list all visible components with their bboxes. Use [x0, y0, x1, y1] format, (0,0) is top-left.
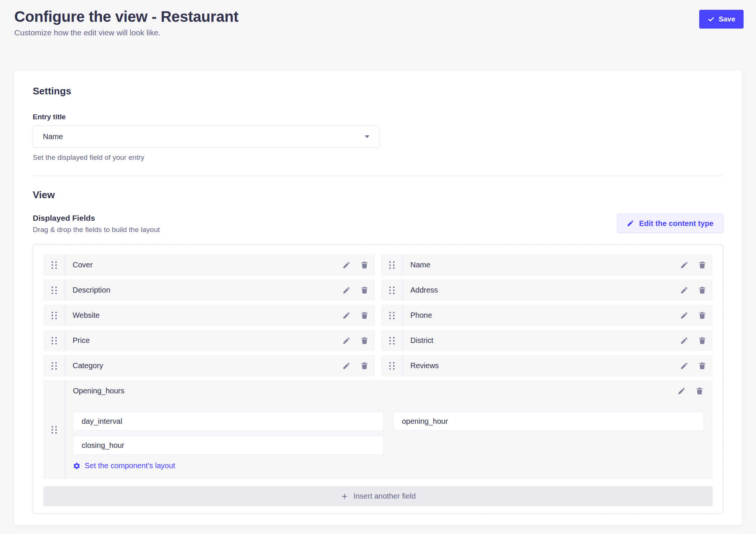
displayed-fields-text: Displayed Fields Drag & drop the fields …	[33, 214, 160, 234]
edit-field-button[interactable]	[342, 311, 351, 320]
edit-field-button[interactable]	[680, 337, 688, 345]
check-icon	[707, 16, 715, 23]
delete-field-button[interactable]	[360, 362, 369, 370]
entry-title-label: Entry title	[33, 113, 723, 121]
delete-field-button[interactable]	[360, 286, 369, 294]
set-component-layout-link[interactable]: Set the component's layout	[73, 461, 175, 470]
field-row-label: Description	[65, 279, 342, 301]
field-row[interactable]: Address	[381, 279, 713, 301]
delete-field-button[interactable]	[698, 261, 706, 269]
trash-icon	[698, 311, 706, 320]
trash-icon	[360, 311, 369, 320]
displayed-fields-heading: Displayed Fields	[33, 214, 160, 223]
drag-handle-icon[interactable]	[43, 254, 65, 276]
displayed-fields-hint: Drag & drop the fields to build the layo…	[33, 226, 160, 234]
delete-field-button[interactable]	[695, 387, 704, 395]
field-row[interactable]: Name	[381, 254, 713, 276]
pencil-icon	[342, 286, 351, 294]
delete-field-button[interactable]	[698, 362, 706, 370]
field-row[interactable]: Reviews	[381, 355, 713, 376]
field-row[interactable]: District	[381, 330, 713, 351]
page-subtitle: Customize how the edit view will look li…	[14, 28, 238, 37]
pencil-icon	[342, 261, 351, 269]
trash-icon	[360, 337, 369, 345]
pencil-icon	[680, 362, 688, 370]
set-component-layout-label: Set the component's layout	[85, 461, 175, 470]
field-row-label: Name	[403, 254, 680, 276]
trash-icon	[698, 337, 706, 345]
view-heading: View	[33, 189, 723, 201]
edit-field-button[interactable]	[680, 362, 688, 370]
field-row-label: Reviews	[403, 355, 680, 376]
field-row-label: Cover	[65, 254, 342, 276]
subfield-card[interactable]: day_interval	[73, 412, 384, 431]
drag-handle-icon[interactable]	[43, 380, 65, 479]
drag-handle-icon[interactable]	[43, 355, 65, 376]
edit-field-button[interactable]	[342, 362, 351, 370]
field-row[interactable]: Description	[43, 279, 375, 301]
delete-field-button[interactable]	[698, 337, 706, 345]
page-header: Configure the view - Restaurant Customiz…	[0, 0, 756, 37]
delete-field-button[interactable]	[360, 311, 369, 320]
field-row-label: Category	[65, 355, 342, 376]
field-row[interactable]: Category	[43, 355, 375, 376]
edit-field-button[interactable]	[342, 261, 351, 269]
edit-content-type-label: Edit the content type	[639, 219, 713, 228]
drag-handle-icon[interactable]	[43, 330, 65, 351]
component-row-opening-hours[interactable]: Opening_hours day_interval opening_hour …	[43, 380, 713, 479]
subfield-card[interactable]: closing_hour	[73, 436, 384, 455]
drag-handle-icon[interactable]	[381, 355, 403, 376]
save-button-label: Save	[719, 15, 735, 23]
delete-field-button[interactable]	[360, 337, 369, 345]
field-row[interactable]: Website	[43, 305, 375, 326]
displayed-fields-header: Displayed Fields Drag & drop the fields …	[33, 214, 723, 234]
drag-handle-icon[interactable]	[43, 305, 65, 326]
drag-handle-icon[interactable]	[381, 305, 403, 326]
edit-content-type-button[interactable]: Edit the content type	[617, 214, 723, 233]
save-button[interactable]: Save	[699, 10, 744, 29]
chevron-down-icon	[365, 135, 369, 138]
component-subfield-grid: day_interval opening_hour closing_hour	[73, 412, 704, 455]
insert-another-field-label: Insert another field	[354, 492, 416, 501]
pencil-icon	[677, 387, 686, 395]
edit-field-button[interactable]	[680, 311, 688, 320]
edit-field-button[interactable]	[342, 337, 351, 345]
insert-another-field-button[interactable]: Insert another field	[43, 486, 713, 506]
pencil-icon	[680, 337, 688, 345]
field-row[interactable]: Cover	[43, 254, 375, 276]
component-title: Opening_hours	[73, 387, 124, 395]
drag-handle-icon[interactable]	[381, 279, 403, 301]
settings-heading: Settings	[33, 85, 723, 97]
pencil-icon	[342, 337, 351, 345]
trash-icon	[695, 387, 704, 395]
delete-field-button[interactable]	[360, 261, 369, 269]
drag-handle-icon[interactable]	[381, 254, 403, 276]
delete-field-button[interactable]	[698, 286, 706, 294]
gear-icon	[73, 462, 80, 470]
page-title: Configure the view - Restaurant	[14, 8, 238, 25]
field-row-label: District	[403, 330, 680, 351]
edit-field-button[interactable]	[677, 387, 686, 395]
field-row[interactable]: Phone	[381, 305, 713, 326]
field-row-label: Website	[65, 305, 342, 326]
trash-icon	[698, 286, 706, 294]
field-row-label: Price	[65, 330, 342, 351]
edit-field-button[interactable]	[342, 286, 351, 294]
trash-icon	[698, 362, 706, 370]
pencil-icon	[680, 311, 688, 320]
trash-icon	[698, 261, 706, 269]
edit-field-button[interactable]	[680, 286, 688, 294]
entry-title-select[interactable]: Name	[33, 126, 380, 148]
plus-icon	[340, 492, 349, 501]
field-row[interactable]: Price	[43, 330, 375, 351]
pencil-icon	[342, 311, 351, 320]
main-panel: Settings Entry title Name Set the displa…	[14, 70, 742, 525]
drag-handle-icon[interactable]	[381, 330, 403, 351]
trash-icon	[360, 362, 369, 370]
subfield-card[interactable]: opening_hour	[393, 412, 704, 431]
drag-handle-icon[interactable]	[43, 279, 65, 301]
pencil-icon	[680, 261, 688, 269]
fields-dropzone: Cover Name Description	[33, 244, 723, 514]
edit-field-button[interactable]	[680, 261, 688, 269]
delete-field-button[interactable]	[698, 311, 706, 320]
